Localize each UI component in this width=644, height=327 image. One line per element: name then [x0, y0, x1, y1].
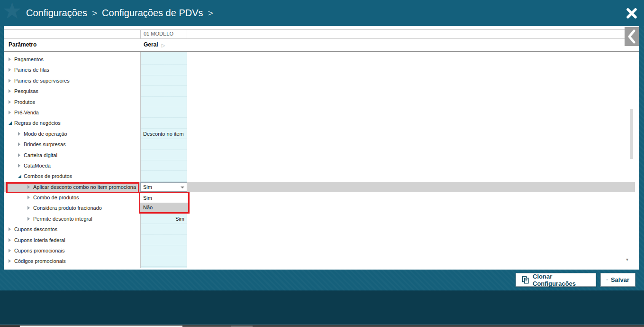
tree-row-label: Combo de produtos [33, 192, 79, 203]
vertical-scrollbar-thumb[interactable] [630, 109, 633, 159]
tree-row-label: Paineis de supervisores [14, 75, 70, 86]
tree-row-label: Combos de produtos [24, 171, 72, 181]
dropdown-value: Sim [143, 184, 152, 190]
breadcrumb-separator: > [92, 8, 97, 19]
value-dropdown[interactable]: Sim [140, 182, 187, 192]
scrollbar-down-arrow-icon[interactable]: ▾ [626, 257, 628, 262]
tree-row-label: Brindes surpresas [24, 139, 66, 149]
expand-arrow-icon[interactable] [9, 100, 11, 104]
expand-arrow-icon[interactable] [9, 79, 11, 83]
tree-row[interactable]: Pré-Venda [4, 107, 635, 118]
grid-header-divider [4, 38, 639, 39]
taskbar-strip [0, 325, 644, 327]
tree-row[interactable]: Códigos promocionais [4, 256, 635, 266]
tree-row[interactable]: Regras de negócios [4, 118, 635, 128]
tree-row[interactable]: Cupons descontos [4, 224, 635, 234]
expand-arrow-icon[interactable] [9, 68, 11, 72]
geral-header-label: Geral [144, 38, 158, 51]
expand-arrow-icon[interactable] [27, 206, 30, 210]
tree-row[interactable]: Combo de produtos [4, 192, 635, 203]
annotation-box-options [139, 192, 190, 214]
expand-arrow-icon[interactable] [18, 132, 20, 136]
tree-row[interactable]: Modo de operaçãoDesconto no item [4, 129, 635, 139]
clone-configurations-label: Clonar Configurações [533, 273, 590, 287]
breadcrumb-separator: > [208, 8, 213, 19]
collapse-arrow-icon[interactable] [9, 121, 12, 125]
tree-row-label: Pesquisas [14, 86, 38, 96]
save-icon [607, 276, 608, 284]
expand-arrow-icon[interactable] [9, 249, 11, 252]
tree-rows: PagamentosPaineis de filasPaineis de sup… [4, 54, 635, 267]
tree-row-label: Modo de operação [24, 129, 67, 139]
tree-row-label: CataMoeda [24, 160, 51, 171]
parameter-column-header[interactable]: Parâmetro [9, 38, 36, 51]
star-icon: ★ [2, 0, 22, 24]
tree-row[interactable]: Produtos [4, 97, 635, 107]
tree-row[interactable]: Paineis de filas [4, 65, 635, 75]
tree-row[interactable]: Cupons loteria federal [4, 235, 635, 245]
tree-row-label: Pré-Venda [14, 107, 39, 118]
tree-row-label: Cupons loteria federal [14, 235, 65, 245]
cell-value: Sim [141, 214, 187, 224]
expand-arrow-icon[interactable] [9, 111, 11, 114]
save-button[interactable]: Salvar [600, 273, 635, 287]
expand-arrow-icon[interactable] [9, 259, 11, 263]
cell-value: Desconto no item [141, 129, 187, 139]
tree-row[interactable]: Permite desconto integralSim [4, 214, 635, 224]
expand-arrow-icon[interactable] [9, 89, 11, 93]
tree-row[interactable]: Paineis de supervisores [4, 75, 635, 86]
geral-column-header[interactable]: Geral ▷ [144, 38, 165, 51]
tree-row-label: Carteira digital [24, 150, 57, 160]
expand-arrow-icon[interactable] [18, 153, 20, 157]
tree-row[interactable]: Pagamentos [4, 54, 635, 65]
tree-row-label: Permite desconto integral [33, 214, 92, 224]
expand-arrow-icon[interactable] [18, 164, 20, 168]
tree-row[interactable]: Cupons promocionais [4, 245, 635, 256]
close-icon[interactable] [625, 7, 638, 20]
tree-row-label: Considera produto fracionado [33, 203, 102, 213]
expand-arrow-icon[interactable] [27, 196, 30, 199]
tree-row-label: Cupons descontos [14, 224, 57, 234]
dropdown-caret-icon[interactable] [181, 187, 184, 188]
expand-arrow-icon[interactable] [9, 238, 11, 242]
tree-row-label: Produtos [14, 97, 35, 107]
grid-top-border [4, 29, 639, 30]
tree-row[interactable]: Carteira digital [4, 150, 635, 160]
parameters-grid: 01 MODELO Parâmetro Geral ▷ PagamentosPa… [4, 26, 639, 270]
tree-row-label: Paineis de filas [14, 65, 49, 75]
save-label: Salvar [611, 276, 629, 283]
expand-arrow-icon[interactable] [27, 217, 30, 221]
clone-icon [522, 276, 529, 284]
model-column-header[interactable]: 01 MODELO [140, 29, 187, 38]
tree-row-label: Pagamentos [14, 54, 44, 65]
chevron-right-icon[interactable]: ▷ [162, 39, 165, 52]
bottom-nav-bar: AtualizaçõesAuditoriasCadastrosCargasCom… [0, 290, 644, 325]
breadcrumb-item-configuracoes-de-pdvs[interactable]: Configurações de PDVs [102, 8, 203, 19]
tree-row[interactable]: Considera produto fracionado [4, 203, 635, 213]
expand-arrow-icon[interactable] [9, 57, 11, 61]
tree-row[interactable]: Pesquisas [4, 86, 635, 96]
title-bar: ★ Configurações > Configurações de PDVs … [0, 0, 644, 26]
collapse-panel-button[interactable] [625, 27, 639, 46]
expand-arrow-icon[interactable] [18, 142, 20, 146]
collapse-arrow-icon[interactable] [18, 175, 21, 178]
tree-row[interactable]: CataMoeda [4, 160, 635, 171]
tree-row[interactable]: Combos de produtos [4, 171, 635, 181]
tree-row-label: Cupons promocionais [14, 245, 64, 256]
chevron-left-icon [626, 29, 637, 44]
expand-arrow-icon[interactable] [9, 227, 11, 231]
grid-header-bottom-border [4, 51, 639, 52]
annotation-box-parameter [6, 182, 139, 193]
tree-row-label: Regras de negócios [14, 118, 61, 128]
breadcrumb-item-configuracoes[interactable]: Configurações [26, 8, 87, 19]
clone-configurations-button[interactable]: Clonar Configurações [516, 273, 596, 287]
tree-row[interactable]: Brindes surpresas [4, 139, 635, 149]
tree-row-label: Códigos promocionais [14, 256, 66, 266]
breadcrumb: Configurações > Configurações de PDVs > [26, 0, 218, 26]
